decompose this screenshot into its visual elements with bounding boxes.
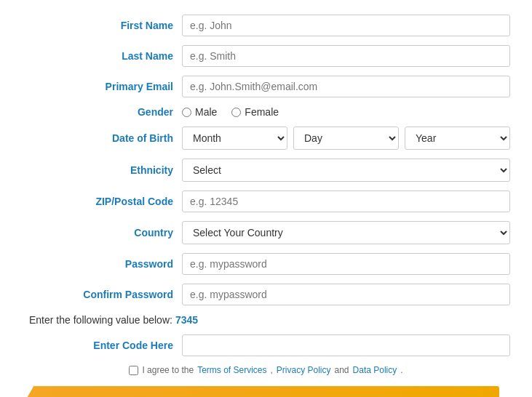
enter-code-input[interactable] — [182, 334, 510, 356]
captcha-text: Enter the following value below: — [29, 314, 172, 326]
first-name-input[interactable] — [182, 15, 510, 36]
gender-male-option[interactable]: Male — [182, 106, 217, 118]
data-policy-link[interactable]: Data Policy — [353, 365, 397, 375]
dob-month-select[interactable]: Month JanuaryFebruaryMarch AprilMayJune … — [182, 127, 287, 150]
dob-group: Month JanuaryFebruaryMarch AprilMayJune … — [182, 127, 510, 150]
primary-email-input[interactable] — [182, 76, 510, 97]
captcha-value: 7345 — [175, 314, 198, 326]
dob-label: Date of Birth — [22, 132, 182, 144]
terms-suffix: . — [400, 365, 402, 375]
gender-row: Gender Male Female — [22, 106, 510, 118]
terms-of-service-link[interactable]: Terms of Services — [197, 365, 266, 375]
gender-female-label: Female — [245, 106, 279, 118]
country-select[interactable]: Select Your Country United States United… — [182, 221, 510, 244]
captcha-row: Enter the following value below: 7345 — [22, 314, 510, 326]
gender-male-radio[interactable] — [182, 108, 191, 117]
dob-year-select[interactable]: Year 2005200420032002 2001200019991998 1… — [405, 127, 510, 150]
first-name-row: First Name — [22, 15, 510, 36]
terms-sep1: , — [270, 365, 272, 375]
password-row: Password — [22, 253, 510, 275]
terms-checkbox[interactable] — [129, 366, 138, 375]
ethnicity-label: Ethnicity — [22, 164, 182, 176]
password-input[interactable] — [182, 253, 510, 275]
dob-row: Date of Birth Month JanuaryFebruaryMarch… — [22, 127, 510, 150]
first-name-label: First Name — [22, 20, 182, 31]
primary-email-row: Primary Email — [22, 76, 510, 97]
confirm-password-input[interactable] — [182, 284, 510, 305]
gender-male-label: Male — [195, 106, 217, 118]
zip-label: ZIP/Postal Code — [22, 196, 182, 207]
password-label: Password — [22, 258, 182, 270]
enter-code-label: Enter Code Here — [22, 340, 182, 351]
terms-prefix: I agree to the — [142, 365, 194, 375]
gender-female-radio[interactable] — [231, 108, 241, 117]
primary-email-label: Primary Email — [22, 81, 182, 92]
last-name-row: Last Name — [22, 45, 510, 67]
last-name-label: Last Name — [22, 50, 182, 62]
zip-row: ZIP/Postal Code — [22, 191, 510, 212]
country-label: Country — [22, 227, 182, 238]
gender-female-option[interactable]: Female — [231, 106, 279, 118]
privacy-policy-link[interactable]: Privacy Policy — [277, 365, 331, 375]
confirm-password-row: Confirm Password — [22, 284, 510, 305]
registration-form: First Name Last Name Primary Email Gende… — [0, 0, 532, 397]
last-name-input[interactable] — [182, 45, 510, 67]
submit-button[interactable]: GET FREE ACCESS NOW — [33, 386, 499, 397]
zip-input[interactable] — [182, 191, 510, 212]
ethnicity-row: Ethnicity Select Asian Black or African … — [22, 159, 510, 182]
terms-sep2: and — [335, 365, 349, 375]
country-row: Country Select Your Country United State… — [22, 221, 510, 244]
confirm-password-label: Confirm Password — [22, 289, 182, 300]
gender-label: Gender — [22, 106, 182, 118]
enter-code-row: Enter Code Here — [22, 334, 510, 356]
dob-day-select[interactable]: Day 12345 678910 1112131415 1617181920 2… — [293, 127, 399, 150]
ethnicity-select[interactable]: Select Asian Black or African American H… — [182, 159, 510, 182]
terms-row: I agree to the Terms of Services, Privac… — [22, 365, 510, 375]
gender-group: Male Female — [182, 106, 279, 118]
